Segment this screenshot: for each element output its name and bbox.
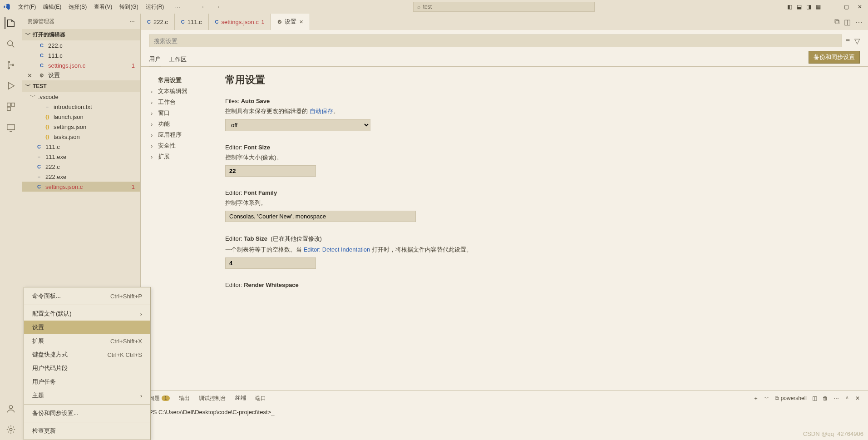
settings-scope-user[interactable]: 用户 bbox=[149, 52, 161, 66]
terminal-trash-icon[interactable]: 🗑 bbox=[823, 395, 828, 401]
context-menu-item[interactable]: 扩展Ctrl+Shift+X bbox=[24, 334, 150, 348]
svg-rect-4 bbox=[7, 103, 10, 106]
context-menu-item[interactable]: 配置文件(默认) bbox=[24, 307, 150, 321]
menu-edit[interactable]: 编辑(E) bbox=[40, 1, 64, 13]
tab-action-open-icon[interactable]: ⧉ bbox=[834, 18, 839, 26]
context-menu-item[interactable]: 设置 bbox=[24, 321, 150, 334]
window-maximize-icon[interactable]: ▢ bbox=[843, 3, 850, 10]
layout-panel-right-icon[interactable]: ◨ bbox=[806, 4, 811, 10]
file-item[interactable]: {}settings.json bbox=[22, 122, 140, 132]
file-item[interactable]: ≡111.exe bbox=[22, 152, 140, 162]
activity-search-icon[interactable] bbox=[5, 38, 17, 50]
file-item[interactable]: {}tasks.json bbox=[22, 132, 140, 142]
tab-action-more-icon[interactable]: ⋯ bbox=[855, 18, 863, 26]
panel-tab-output[interactable]: 输出 bbox=[179, 394, 190, 403]
menu-go[interactable]: 转到(G) bbox=[117, 1, 141, 13]
toc-item[interactable]: ›应用程序 bbox=[151, 129, 225, 140]
open-editors-section[interactable]: ﹀打开的编辑器 bbox=[22, 29, 140, 40]
terminal-more-icon[interactable]: ⋯ bbox=[833, 395, 839, 401]
window-close-icon[interactable]: ✕ bbox=[856, 3, 863, 10]
font-size-input[interactable] bbox=[225, 165, 316, 177]
open-editor-item[interactable]: C111.c bbox=[22, 50, 140, 60]
menu-file[interactable]: 文件(F) bbox=[15, 1, 39, 13]
close-icon[interactable]: ✕ bbox=[27, 72, 32, 79]
command-center-search[interactable]: ⌕ test bbox=[413, 2, 595, 12]
project-section[interactable]: ﹀TEST bbox=[22, 80, 140, 92]
terminal-split-icon[interactable]: ◫ bbox=[812, 395, 817, 401]
menu-selection[interactable]: 选择(S) bbox=[66, 1, 89, 13]
editor-tab[interactable]: Csettings.json.c1 bbox=[209, 14, 271, 30]
panel-tab-terminal[interactable]: 终端 bbox=[235, 393, 246, 403]
panel-tab-ports[interactable]: 端口 bbox=[255, 394, 266, 403]
file-name: 设置 bbox=[48, 71, 60, 79]
panel-close-icon[interactable]: ✕ bbox=[855, 395, 860, 401]
settings-clear-icon[interactable]: ≡ bbox=[846, 37, 850, 45]
toc-item[interactable]: ›安全性 bbox=[151, 140, 225, 151]
context-menu-item[interactable]: 用户任务 bbox=[24, 375, 150, 389]
settings-search-input[interactable] bbox=[149, 35, 842, 47]
activity-explorer-icon[interactable] bbox=[5, 17, 16, 29]
toc-item[interactable]: 常用设置 bbox=[151, 75, 225, 86]
toc-item[interactable]: ›文本编辑器 bbox=[151, 86, 225, 97]
file-item[interactable]: C111.c bbox=[22, 142, 140, 152]
auto-save-link[interactable]: 自动保存 bbox=[310, 108, 333, 114]
menu-more-icon[interactable]: … bbox=[172, 1, 183, 13]
settings-filter-icon[interactable]: ▽ bbox=[854, 37, 860, 45]
panel-tab-debug[interactable]: 调试控制台 bbox=[199, 394, 226, 403]
toc-label: 安全性 bbox=[158, 142, 176, 150]
layout-panel-bottom-icon[interactable]: ⬓ bbox=[797, 4, 802, 10]
activity-remote-icon[interactable] bbox=[5, 122, 17, 133]
terminal-dropdown-icon[interactable]: ﹀ bbox=[764, 395, 769, 402]
settings-scope-workspace[interactable]: 工作区 bbox=[169, 53, 187, 66]
tab-size-input[interactable] bbox=[225, 257, 316, 269]
folder-item[interactable]: ﹀.vscode bbox=[22, 92, 140, 102]
menu-run[interactable]: 运行(R) bbox=[143, 1, 167, 13]
context-menu-item[interactable]: 命令面板...Ctrl+Shift+P bbox=[24, 289, 150, 303]
nav-back-icon[interactable]: ← bbox=[201, 4, 207, 10]
settings-content: 常用设置 Files: Auto Save 控制具有未保存更改的编辑器的 自动保… bbox=[225, 67, 868, 390]
terminal-kind[interactable]: ⧉powershell bbox=[775, 395, 807, 401]
layout-panel-left-icon[interactable]: ◧ bbox=[787, 4, 792, 10]
toc-item[interactable]: ›工作台 bbox=[151, 97, 225, 108]
toc-item[interactable]: ›功能 bbox=[151, 119, 225, 129]
context-menu-item[interactable]: 键盘快捷方式Ctrl+K Ctrl+S bbox=[24, 348, 150, 361]
open-editor-item[interactable]: Csettings.json.c1 bbox=[22, 60, 140, 70]
file-item[interactable]: Csettings.json.c1 bbox=[22, 182, 140, 192]
terminal-body[interactable]: PS C:\Users\Dell\Desktop\code\C-project\… bbox=[141, 406, 868, 418]
open-editor-item[interactable]: ✕⚙设置 bbox=[22, 70, 140, 80]
toc-item[interactable]: ›扩展 bbox=[151, 151, 225, 162]
bottom-panel: 问题1 输出 调试控制台 终端 端口 ＋ ﹀ ⧉powershell ◫ 🗑 ⋯… bbox=[141, 390, 868, 440]
activity-settings-gear-icon[interactable] bbox=[5, 424, 17, 435]
editor-tab[interactable]: C222.c bbox=[141, 14, 175, 30]
nav-forward-icon[interactable]: → bbox=[215, 4, 220, 10]
activity-run-debug-icon[interactable] bbox=[5, 80, 17, 92]
file-item[interactable]: {}launch.json bbox=[22, 112, 140, 122]
editor-tab[interactable]: C111.c bbox=[175, 14, 209, 30]
tab-action-split-icon[interactable]: ◫ bbox=[844, 18, 851, 26]
editor-tab[interactable]: ⚙设置✕ bbox=[271, 14, 310, 30]
context-menu-item[interactable]: 备份和同步设置... bbox=[24, 406, 150, 420]
terminal-new-icon[interactable]: ＋ bbox=[753, 395, 759, 402]
context-menu-item[interactable]: 主题 bbox=[24, 389, 150, 402]
activity-source-control-icon[interactable] bbox=[5, 59, 17, 71]
open-editor-item[interactable]: C222.c bbox=[22, 40, 140, 50]
file-item[interactable]: C222.c bbox=[22, 162, 140, 172]
detect-indentation-link[interactable]: Editor: Detect Indentation bbox=[304, 246, 370, 253]
panel-maximize-icon[interactable]: ＾ bbox=[844, 395, 850, 402]
layout-customize-icon[interactable]: ▦ bbox=[816, 4, 821, 10]
context-menu-item[interactable]: 用户代码片段 bbox=[24, 361, 150, 375]
window-minimize-icon[interactable]: — bbox=[829, 3, 836, 10]
activity-accounts-icon[interactable] bbox=[5, 403, 17, 415]
activity-extensions-icon[interactable] bbox=[5, 101, 17, 113]
file-item[interactable]: ≡222.exe bbox=[22, 172, 140, 182]
explorer-more-icon[interactable]: ⋯ bbox=[129, 18, 135, 25]
backup-sync-settings-button[interactable]: 备份和同步设置 bbox=[809, 51, 860, 64]
context-menu-item[interactable]: 检查更新 bbox=[24, 424, 150, 438]
menu-view[interactable]: 查看(V) bbox=[91, 1, 115, 13]
font-family-input[interactable] bbox=[225, 211, 416, 222]
close-icon[interactable]: ✕ bbox=[299, 19, 303, 25]
file-item[interactable]: ≡introduction.txt bbox=[22, 102, 140, 112]
panel-tab-problems[interactable]: 问题1 bbox=[149, 394, 170, 403]
toc-item[interactable]: ›窗口 bbox=[151, 108, 225, 119]
auto-save-select[interactable]: off bbox=[225, 119, 370, 131]
